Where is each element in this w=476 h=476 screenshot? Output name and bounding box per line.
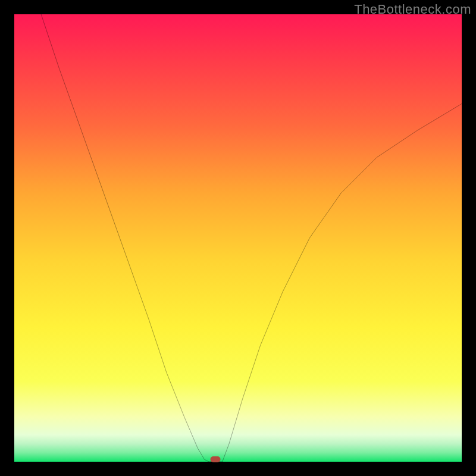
minimum-marker — [211, 456, 221, 462]
attribution-watermark: TheBottleneck.com — [354, 2, 471, 17]
curve-left — [41, 14, 209, 462]
curve-right — [223, 104, 462, 462]
chart-container: TheBottleneck.com — [0, 0, 476, 476]
plot-area — [13, 13, 463, 463]
curve-layer — [14, 14, 462, 462]
